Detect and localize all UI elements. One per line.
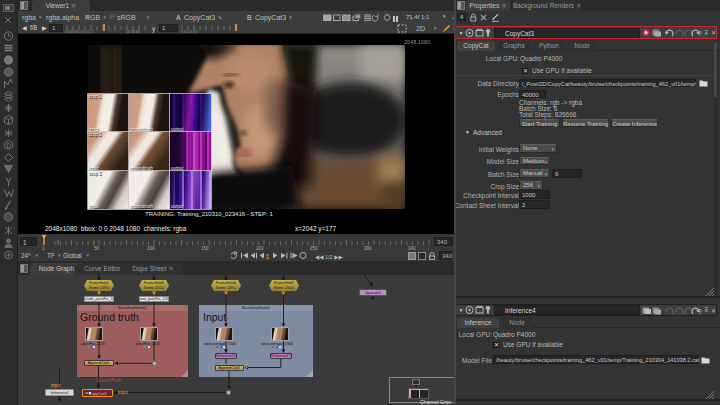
svg-text:1: 1: [266, 253, 270, 260]
svg-text:◀◀ 1/2 ▶▶: ◀◀ 1/2 ▶▶: [315, 254, 343, 260]
svg-text:0 0.1 0.5 1: 0 0.1 0.5 1: [181, 30, 198, 33]
svg-text:D: D: [6, 142, 11, 149]
svg-text:10 32 64: 10 32 64: [126, 30, 140, 33]
svg-text:0.020.10.2 0.5 1 2: 0.020.10.2 0.5 1 2: [65, 30, 93, 33]
svg-text:?: ?: [698, 307, 702, 314]
svg-text:?: ?: [698, 30, 702, 37]
